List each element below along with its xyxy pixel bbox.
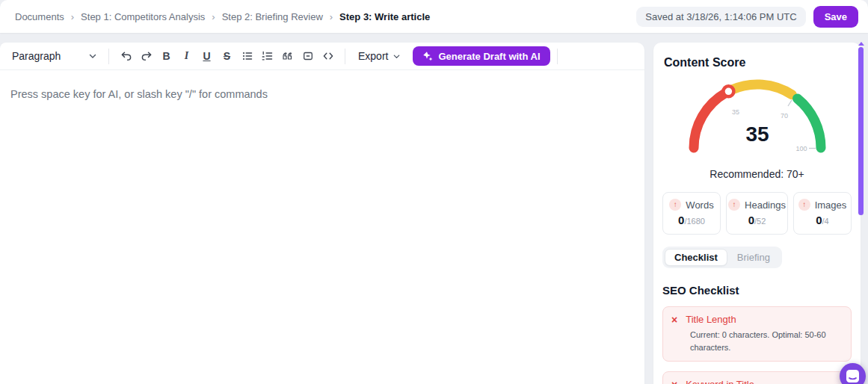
content-score-gauge: 35 70 100 35	[662, 79, 852, 163]
ordered-list-icon	[262, 50, 274, 62]
redo-icon	[141, 50, 153, 62]
redo-button[interactable]	[136, 46, 156, 66]
chevron-right-icon: ›	[212, 11, 215, 22]
header-actions: Saved at 3/18/26, 1:14:06 PM UTC Save	[636, 6, 858, 28]
stat-label: Headings	[745, 199, 786, 211]
chevron-down-icon	[393, 52, 401, 61]
stat-card-words: ↑ Words 0/1680	[662, 192, 721, 235]
export-label: Export	[358, 50, 388, 62]
undo-button[interactable]	[116, 46, 136, 66]
stat-value: 0	[816, 214, 822, 226]
gauge-tick-70: 70	[780, 112, 787, 120]
stat-label: Words	[686, 199, 713, 211]
toolbar-divider	[557, 49, 558, 64]
editor-content-area[interactable]: Press space key for AI, or slash key "/"…	[0, 70, 644, 118]
content-score-value: 35	[745, 123, 769, 146]
recommended-score: Recommended: 70+	[662, 168, 852, 180]
chevron-right-icon: ›	[71, 11, 74, 22]
stat-value: 0	[748, 214, 754, 226]
tab-checklist[interactable]: Checklist	[665, 249, 727, 266]
stat-target: /52	[754, 217, 766, 226]
blockquote-button[interactable]	[277, 46, 298, 66]
seo-checklist-title: SEO Checklist	[662, 284, 852, 297]
content-score-panel: Content Score 35 70 100 35 Recommended: …	[653, 43, 861, 384]
breadcrumb-step2[interactable]: Step 2: Briefing Review	[222, 11, 323, 22]
block-type-dropdown[interactable]: Paragraph	[6, 46, 102, 66]
chevron-down-icon	[88, 52, 97, 61]
chat-bubble-icon	[846, 369, 860, 383]
code-icon	[322, 50, 334, 62]
toolbar-divider	[345, 49, 345, 64]
stat-card-images: ↑ Images 0/4	[793, 192, 852, 235]
editor-placeholder: Press space key for AI, or slash key "/"…	[10, 88, 634, 100]
code-button[interactable]	[318, 46, 338, 66]
breadcrumb: Documents › Step 1: Competitors Analysis…	[15, 11, 430, 22]
stat-target: /4	[822, 217, 829, 226]
underline-button[interactable]: U	[197, 46, 217, 66]
gauge-tick-35: 35	[731, 108, 739, 116]
chat-launcher-button[interactable]	[840, 363, 866, 384]
stat-target: /1680	[684, 217, 705, 226]
breadcrumb-step1[interactable]: Step 1: Competitors Analysis	[81, 11, 205, 22]
bullet-list-button[interactable]	[237, 46, 257, 66]
stat-card-headings: ↑ Headings 0/52	[726, 192, 788, 235]
block-type-label: Paragraph	[12, 50, 61, 62]
fail-x-icon: ×	[671, 315, 677, 325]
stats-row: ↑ Words 0/1680 ↑ Headings 0/52 ↑ Images …	[662, 192, 852, 235]
checklist-item-keyword-in-title[interactable]: × Keyword in Title Include AI Search Opt…	[662, 371, 852, 384]
gauge-segment-red	[694, 93, 726, 148]
checklist-item-description: Current: 0 characters. Optimal: 50-60 ch…	[690, 329, 843, 353]
arrow-up-icon: ↑	[669, 199, 681, 211]
strikethrough-button[interactable]: S	[217, 46, 237, 66]
arrow-up-icon: ↑	[798, 199, 810, 211]
generate-draft-ai-button[interactable]: Generate Draft with AI	[413, 46, 550, 66]
toolbar-divider	[108, 49, 109, 64]
editor-panel: Paragraph B I U S	[0, 43, 644, 384]
italic-button[interactable]: I	[176, 46, 197, 66]
generate-draft-label: Generate Draft with AI	[438, 51, 540, 62]
undo-icon	[120, 50, 132, 62]
blockquote-icon	[281, 50, 294, 62]
sidebar-scrollbar[interactable]	[858, 47, 864, 215]
checklist-item-title-length[interactable]: × Title Length Current: 0 characters. Op…	[662, 306, 852, 362]
bold-button[interactable]: B	[156, 46, 176, 66]
saved-status: Saved at 3/18/26, 1:14:06 PM UTC	[636, 7, 805, 27]
export-dropdown[interactable]: Export	[352, 46, 407, 66]
save-button[interactable]: Save	[813, 6, 858, 28]
breadcrumb-documents[interactable]: Documents	[15, 11, 64, 22]
stat-label: Images	[815, 199, 847, 211]
gauge-segment-green	[797, 99, 821, 148]
gauge-segment-yellow	[731, 84, 792, 95]
embed-icon	[302, 50, 314, 62]
gauge-tick-mark-70	[788, 100, 792, 106]
scrollbar-up-arrow[interactable]	[858, 42, 864, 46]
gauge-marker	[723, 86, 733, 96]
sparkles-icon	[422, 51, 433, 61]
bullet-list-icon	[241, 50, 253, 62]
tab-briefing[interactable]: Briefing	[727, 249, 780, 266]
top-header: Documents › Step 1: Competitors Analysis…	[0, 0, 868, 33]
breadcrumb-step3-current: Step 3: Write article	[339, 11, 430, 22]
fail-x-icon: ×	[671, 380, 677, 384]
ordered-list-button[interactable]	[257, 46, 277, 66]
embed-button[interactable]	[298, 46, 318, 66]
editor-toolbar: Paragraph B I U S	[0, 43, 644, 70]
chevron-right-icon: ›	[330, 11, 333, 22]
gauge-tick-100: 100	[795, 145, 807, 152]
checklist-item-title: Keyword in Title	[686, 379, 754, 384]
checklist-item-title: Title Length	[686, 314, 736, 325]
content-score-title: Content Score	[664, 56, 852, 69]
sidebar-tabs: Checklist Briefing	[662, 247, 782, 268]
arrow-up-icon: ↑	[728, 199, 740, 211]
